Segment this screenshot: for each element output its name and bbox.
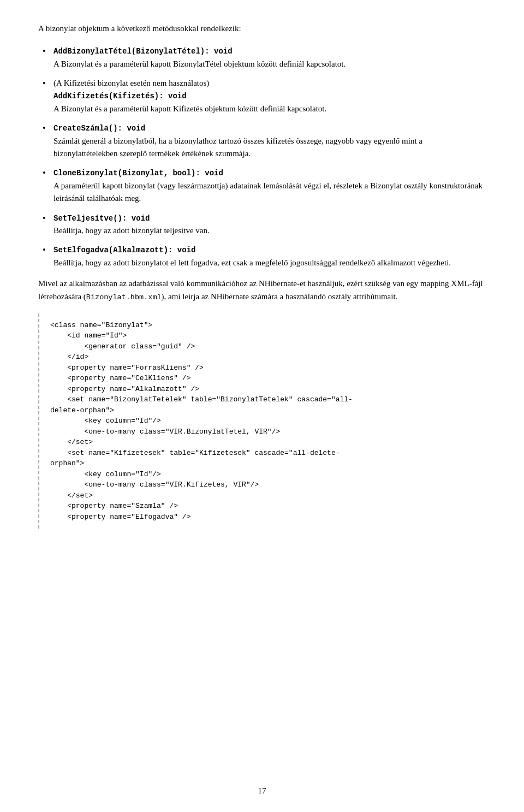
method-name: AddBizonylatTétel(BizonylatTétel): void — [53, 47, 233, 56]
method-name: CreateSzámla(): void — [53, 124, 145, 133]
method-desc: Számlát generál a bizonylatból, ha a biz… — [53, 137, 422, 158]
method-desc: Beállítja, hogy az adott bizonylat telje… — [53, 226, 210, 235]
page-number: 17 — [258, 786, 266, 796]
method-name: SetTeljesítve(): void — [53, 214, 150, 223]
method-desc: A Bizonylat és a paraméterül kapott Bizo… — [53, 60, 346, 68]
list-item: SetElfogadva(Alkalmazott): void Beállítj… — [38, 244, 486, 269]
code-content: <class name="Bizonylat"> <id name="Id"> … — [50, 320, 486, 523]
list-item: AddBizonylatTétel(BizonylatTétel): void … — [38, 45, 486, 70]
list-item: CreateSzámla(): void Számlát generál a b… — [38, 122, 486, 160]
list-item: CloneBizonylat(Bizonylat, bool): void A … — [38, 167, 486, 205]
code-block: <class name="Bizonylat"> <id name="Id"> … — [38, 313, 486, 529]
list-item: SetTeljesítve(): void Beállítja, hogy az… — [38, 212, 486, 238]
method-desc: A Bizonylat és a paraméterül kapott Kifi… — [53, 104, 326, 113]
inline-code: Bizonylat.hbm.xml — [86, 293, 162, 301]
method-desc: Beállítja, hogy az adott bizonylatot el … — [53, 258, 451, 267]
method-desc: A paraméterül kapott bizonylat (vagy les… — [53, 181, 483, 203]
page: A bizonylat objektum a következő metódus… — [0, 0, 524, 812]
method-name: AddKifizetés(Kifizetés): void — [53, 92, 187, 100]
list-item: (A Kifizetési bizonylat esetén nem haszn… — [38, 77, 486, 115]
method-name: SetElfogadva(Alkalmazott): void — [53, 246, 195, 254]
intro-line: A bizonylat objektum a következő metódus… — [38, 22, 486, 35]
bullet-list: AddBizonylatTétel(BizonylatTétel): void … — [38, 45, 486, 269]
closing-paragraph: Mivel az alkalmazásban az adatbázissal v… — [38, 277, 486, 304]
method-name: CloneBizonylat(Bizonylat, bool): void — [53, 169, 223, 177]
bullet-prefix: (A Kifizetési bizonylat esetén nem haszn… — [53, 79, 209, 87]
